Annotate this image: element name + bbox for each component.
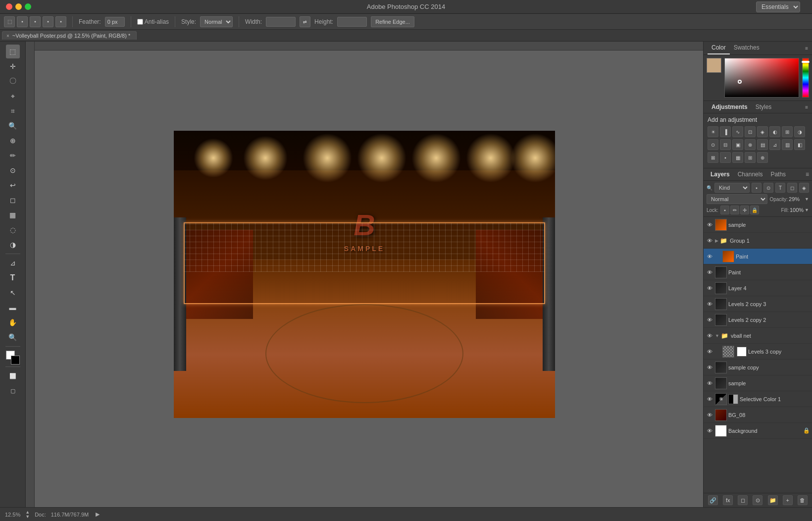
fill-dropdown[interactable]: ▼ — [805, 208, 809, 212]
shape-tool[interactable]: ▬ — [6, 301, 20, 314]
clone-stamp-tool[interactable]: ⊙ — [6, 163, 20, 177]
lock-transparent-btn[interactable]: ▪ — [720, 206, 729, 214]
healing-brush-tool[interactable]: ⊕ — [6, 134, 20, 148]
vibrance-btn[interactable]: ◈ — [757, 126, 768, 137]
close-window-button[interactable] — [6, 3, 12, 10]
width-input[interactable] — [266, 17, 296, 27]
delete-layer-btn[interactable]: 🗑 — [798, 495, 808, 505]
layer-styles-btn[interactable]: fx — [723, 495, 733, 505]
adjustments-tab[interactable]: Adjustments — [708, 101, 752, 113]
color-preview-swatch[interactable] — [707, 58, 721, 73]
layer-item[interactable]: 👁 Paint — [704, 249, 812, 264]
layer-visibility-toggle[interactable]: 👁 — [706, 395, 713, 403]
gradient-map-btn[interactable]: ▥ — [782, 139, 793, 150]
lock-all-btn[interactable]: 🔒 — [750, 206, 759, 214]
type-tool[interactable]: T — [6, 271, 20, 285]
group-expand-arrow[interactable]: ▶ — [715, 238, 718, 243]
quick-selection-tool[interactable]: ⌖ — [6, 89, 20, 103]
layer-visibility-toggle[interactable]: 👁 — [706, 332, 713, 340]
layer-visibility-toggle[interactable]: 👁 — [706, 268, 713, 276]
paths-tab[interactable]: Paths — [766, 168, 790, 180]
filter-smart-btn[interactable]: ◈ — [799, 183, 809, 193]
styles-tab[interactable]: Styles — [752, 101, 776, 113]
gradient-tool[interactable]: ▦ — [6, 208, 20, 222]
subtract-selection-btn[interactable]: ▪ — [43, 16, 53, 27]
layer-item[interactable]: 👁 Background 🔒 — [704, 423, 812, 439]
layer-visibility-toggle[interactable]: 👁 — [706, 316, 713, 324]
filter-adjustment-btn[interactable]: ⊙ — [763, 183, 773, 193]
history-brush-tool[interactable]: ↩ — [6, 178, 20, 192]
canvas-image[interactable]: B SAMPLE — [174, 131, 555, 418]
layer-visibility-toggle[interactable]: 👁 — [706, 237, 713, 245]
curves-btn[interactable]: ∿ — [732, 126, 743, 137]
style-select[interactable]: Normal — [200, 16, 233, 27]
adjustments-panel-menu[interactable]: ≡ — [805, 104, 808, 110]
layer-item[interactable]: 👁 sample — [704, 375, 812, 391]
layer-visibility-toggle[interactable]: 👁 — [706, 348, 713, 356]
marquee-tool[interactable]: ⬚ — [6, 45, 20, 58]
layer-visibility-toggle[interactable]: 👁 — [706, 379, 713, 387]
layer-item[interactable]: 👁 Levels 2 copy 3 — [704, 296, 812, 312]
layer-item[interactable]: 👁 ⊞ Selective Color 1 — [704, 391, 812, 407]
channel-mixer-btn[interactable]: ⊟ — [720, 139, 731, 150]
brightness-contrast-btn[interactable]: ☀ — [708, 126, 718, 137]
eraser-tool[interactable]: ◻ — [6, 193, 20, 207]
add-mask-btn[interactable]: ◻ — [738, 495, 748, 505]
layers-panel-menu[interactable]: ≡ — [806, 171, 809, 178]
zoom-arrows[interactable]: ▲ ▼ — [25, 510, 30, 519]
filter-shape-btn[interactable]: ◻ — [787, 183, 797, 193]
minimize-window-button[interactable] — [15, 3, 22, 10]
layer-item[interactable]: 👁 Paint — [704, 264, 812, 280]
levels-btn[interactable]: ▐ — [720, 126, 731, 137]
pattern-overlay-btn[interactable]: ⊠ — [708, 152, 718, 163]
smart-object-btn[interactable]: ⊕ — [757, 152, 768, 163]
color-swatch-area[interactable] — [6, 351, 20, 365]
layer-item[interactable]: 👁 BG_08 — [704, 407, 812, 423]
color-tab[interactable]: Color — [708, 42, 730, 54]
workspace-select[interactable]: Essentials — [756, 1, 800, 12]
filter-kind-select[interactable]: Kind — [714, 183, 750, 193]
crop-tool[interactable]: ⌗ — [6, 104, 20, 118]
lock-position-btn[interactable]: ✛ — [740, 206, 749, 214]
layer-item[interactable]: 👁 ▼ 📁 vball net — [704, 328, 812, 344]
pattern-fill-btn[interactable]: ⊞ — [745, 152, 756, 163]
document-tab[interactable]: × ~Volleyball Poster.psd @ 12.5% (Paint,… — [2, 31, 137, 40]
threshold-btn[interactable]: ⊿ — [769, 139, 780, 150]
lasso-tool[interactable]: 〇 — [6, 74, 20, 88]
layer-visibility-toggle[interactable]: 👁 — [706, 300, 713, 308]
layer-item[interactable]: 👁 ▶ 📁 Group 1 — [704, 233, 812, 249]
new-fill-layer-btn[interactable]: ⊙ — [753, 495, 762, 505]
close-doc-button[interactable]: × — [6, 33, 9, 39]
link-layers-btn[interactable]: 🔗 — [708, 495, 718, 505]
new-selection-btn[interactable]: ▪ — [17, 16, 28, 27]
layer-visibility-toggle[interactable]: 👁 — [706, 411, 713, 419]
layer-visibility-toggle[interactable]: 👁 — [706, 427, 713, 435]
layers-tab[interactable]: Layers — [707, 168, 734, 180]
height-input[interactable] — [337, 17, 367, 27]
filter-pixel-btn[interactable]: ▪ — [752, 183, 761, 193]
gradient-fill-btn[interactable]: ▦ — [732, 152, 743, 163]
color-lookup-btn[interactable]: ▣ — [732, 139, 743, 150]
color-panel-menu[interactable]: ≡ — [805, 46, 808, 51]
quick-mask-btn[interactable]: ⬜ — [6, 369, 20, 383]
pen-tool[interactable]: ⊿ — [6, 256, 20, 270]
layer-visibility-toggle[interactable]: 👁 — [706, 253, 713, 260]
blur-tool[interactable]: ◌ — [6, 223, 20, 237]
maximize-window-button[interactable] — [25, 3, 31, 10]
zoom-tool[interactable]: 🔍 — [6, 330, 20, 344]
hue-slider[interactable] — [802, 58, 809, 98]
swatches-tab[interactable]: Swatches — [730, 42, 763, 54]
doc-info-arrow[interactable]: ▶ — [96, 511, 100, 518]
feather-input[interactable] — [105, 17, 125, 27]
selective-color-btn[interactable]: ◧ — [794, 139, 805, 150]
layer-visibility-toggle[interactable]: 👁 — [706, 284, 713, 292]
group-expand-arrow[interactable]: ▼ — [715, 333, 719, 338]
invert-btn[interactable]: ⊗ — [745, 139, 756, 150]
layer-item[interactable]: 👁 Layer 4 — [704, 280, 812, 296]
dodge-tool[interactable]: ◑ — [6, 238, 20, 252]
add-selection-btn[interactable]: ▪ — [30, 16, 41, 27]
opacity-value[interactable]: 29% — [789, 196, 804, 202]
hand-tool[interactable]: ✋ — [6, 315, 20, 329]
solid-color-btn[interactable]: ▪ — [720, 152, 731, 163]
exposure-btn[interactable]: ⊡ — [745, 126, 756, 137]
